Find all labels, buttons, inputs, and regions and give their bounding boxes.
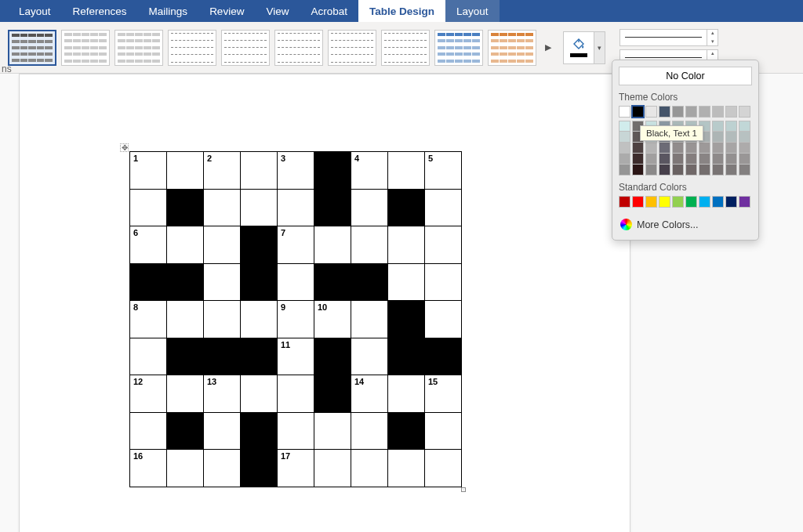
crossword-cell[interactable]	[204, 301, 241, 338]
crossword-cell[interactable]: 9	[278, 301, 314, 338]
crossword-cell[interactable]	[388, 189, 425, 226]
theme-tint-swatch[interactable]	[645, 143, 657, 154]
table-style-9[interactable]	[434, 30, 483, 66]
tab-layout-contextual[interactable]: Layout	[445, 0, 500, 22]
crossword-cell[interactable]: 13	[204, 375, 241, 413]
tab-references[interactable]: References	[62, 0, 138, 22]
theme-tint-swatch[interactable]	[659, 165, 670, 176]
crossword-cell[interactable]	[388, 375, 425, 413]
theme-tint-swatch[interactable]	[699, 165, 710, 176]
crossword-cell[interactable]: 17	[278, 450, 314, 487]
theme-tint-swatch[interactable]	[739, 121, 750, 132]
crossword-cell[interactable]	[167, 189, 204, 226]
crossword-cell[interactable]	[314, 338, 351, 375]
gallery-more-button[interactable]: ▶	[541, 30, 555, 66]
crossword-cell[interactable]	[167, 375, 204, 413]
crossword-cell[interactable]	[351, 263, 388, 301]
crossword-cell[interactable]	[314, 412, 351, 450]
theme-color-swatch[interactable]	[739, 106, 750, 118]
crossword-cell[interactable]	[167, 152, 204, 190]
crossword-cell[interactable]	[130, 263, 167, 301]
theme-color-swatch[interactable]	[659, 106, 670, 118]
theme-tint-swatch[interactable]	[619, 143, 630, 154]
crossword-cell[interactable]	[241, 226, 278, 264]
shading-button[interactable]	[563, 31, 594, 64]
table-style-8[interactable]	[381, 30, 430, 66]
theme-tint-swatch[interactable]	[712, 143, 724, 154]
theme-tint-swatch[interactable]	[739, 132, 750, 143]
crossword-cell[interactable]	[425, 263, 462, 301]
table-style-10[interactable]	[488, 30, 536, 66]
theme-color-swatch[interactable]	[685, 106, 697, 118]
table-style-6[interactable]	[274, 30, 323, 66]
crossword-cell[interactable]	[241, 189, 278, 226]
theme-tint-swatch[interactable]	[659, 154, 670, 165]
crossword-cell[interactable]	[425, 189, 462, 226]
crossword-cell[interactable]	[130, 189, 167, 226]
crossword-cell[interactable]	[167, 301, 204, 338]
theme-tint-swatch[interactable]	[725, 165, 737, 176]
theme-tint-swatch[interactable]	[725, 121, 737, 132]
standard-color-swatch[interactable]	[685, 196, 697, 208]
theme-tint-swatch[interactable]	[712, 154, 724, 165]
crossword-table[interactable]: 1234567891011121314151617	[129, 151, 462, 487]
crossword-cell[interactable]: 7	[278, 226, 314, 264]
crossword-cell[interactable]	[425, 412, 462, 450]
crossword-cell[interactable]	[314, 263, 351, 301]
crossword-cell[interactable]	[388, 450, 425, 487]
crossword-cell[interactable]: 15	[425, 375, 462, 413]
theme-tint-swatch[interactable]	[685, 165, 697, 176]
table-style-4[interactable]	[168, 30, 216, 66]
theme-color-swatch[interactable]	[619, 106, 630, 118]
standard-color-swatch[interactable]	[712, 196, 724, 208]
theme-tint-swatch[interactable]	[619, 121, 630, 132]
theme-tint-swatch[interactable]	[685, 143, 697, 154]
crossword-cell[interactable]	[351, 338, 388, 375]
standard-color-swatch[interactable]	[619, 196, 630, 208]
theme-color-swatch[interactable]	[699, 106, 710, 118]
theme-tint-swatch[interactable]	[685, 154, 697, 165]
standard-color-swatch[interactable]	[739, 196, 750, 208]
theme-tint-swatch[interactable]	[645, 165, 657, 176]
crossword-cell[interactable]	[204, 412, 241, 450]
more-colors-button[interactable]: More Colors...	[619, 215, 752, 233]
standard-color-swatch[interactable]	[632, 196, 644, 208]
theme-tint-swatch[interactable]	[632, 154, 644, 165]
crossword-cell[interactable]	[388, 412, 425, 450]
pen-style-select[interactable]: ▴▾	[620, 29, 718, 46]
tab-view[interactable]: View	[255, 0, 300, 22]
crossword-cell[interactable]: 16	[130, 450, 167, 487]
table-style-3[interactable]	[114, 30, 163, 66]
crossword-cell[interactable]	[167, 338, 204, 375]
theme-color-swatch[interactable]	[645, 106, 657, 118]
crossword-cell[interactable]	[278, 189, 314, 226]
crossword-cell[interactable]	[204, 263, 241, 301]
crossword-cell[interactable]: 12	[130, 375, 167, 413]
crossword-cell[interactable]: 6	[130, 226, 167, 264]
crossword-cell[interactable]	[278, 263, 314, 301]
crossword-cell[interactable]	[241, 263, 278, 301]
theme-color-swatch[interactable]	[632, 106, 644, 118]
table-resize-handle[interactable]: ◦	[461, 487, 466, 492]
crossword-cell[interactable]	[241, 375, 278, 413]
theme-tint-swatch[interactable]	[712, 121, 724, 132]
crossword-cell[interactable]: 10	[314, 301, 351, 338]
theme-tint-swatch[interactable]	[739, 143, 750, 154]
theme-color-swatch[interactable]	[672, 106, 684, 118]
tab-layout[interactable]: Layout	[8, 0, 62, 22]
table-style-2[interactable]	[61, 30, 110, 66]
crossword-cell[interactable]	[351, 450, 388, 487]
crossword-cell[interactable]	[204, 189, 241, 226]
crossword-cell[interactable]: 4	[351, 152, 388, 190]
crossword-cell[interactable]	[351, 301, 388, 338]
crossword-cell[interactable]	[204, 226, 241, 264]
theme-tint-swatch[interactable]	[659, 143, 670, 154]
crossword-cell[interactable]	[425, 301, 462, 338]
theme-tint-swatch[interactable]	[672, 143, 684, 154]
crossword-cell[interactable]	[425, 450, 462, 487]
standard-color-swatch[interactable]	[659, 196, 670, 208]
crossword-cell[interactable]	[314, 152, 351, 190]
crossword-cell[interactable]: 11	[278, 338, 314, 375]
tab-review[interactable]: Review	[198, 0, 255, 22]
crossword-cell[interactable]: 8	[130, 301, 167, 338]
